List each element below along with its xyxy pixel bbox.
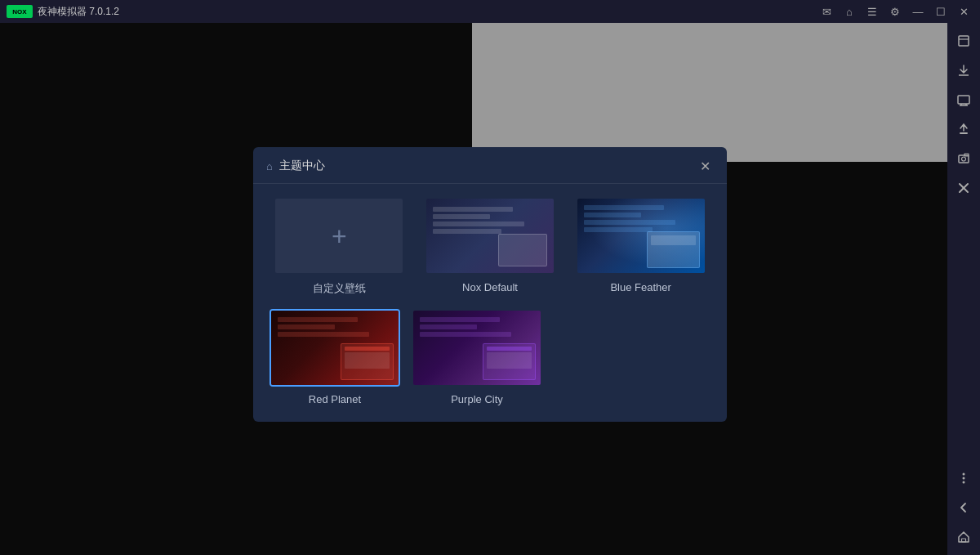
svg-rect-7: [960, 132, 968, 134]
thumb-red-window: [341, 343, 394, 380]
theme-thumbnail-nox: [425, 197, 555, 275]
theme-thumbnail-blue: [576, 197, 706, 275]
sidebar-btn-2[interactable]: [951, 57, 977, 83]
sidebar-btn-4[interactable]: [951, 116, 977, 142]
thumb-red-window-title: [345, 347, 390, 351]
theme-thumbnail-custom: +: [274, 197, 404, 275]
thumb-nox-bars: [433, 207, 547, 234]
thumb-nox-window: [498, 234, 547, 266]
thumb-nox-bg: [426, 199, 554, 273]
thumb-purple-window: [483, 343, 536, 380]
thumb-blue-bar-4: [584, 227, 653, 232]
theme-label-nox: Nox Default: [462, 281, 518, 293]
nox-logo: NOX: [7, 5, 33, 18]
dialog-close-button[interactable]: ✕: [696, 157, 714, 175]
right-sidebar: [947, 23, 980, 555]
svg-rect-16: [962, 539, 966, 542]
titlebar-controls: ✉ ⌂ ☰ ⚙ — ☐ ✕: [817, 3, 973, 20]
sidebar-btn-6[interactable]: [951, 175, 977, 201]
theme-dialog: ⌂ 主题中心 ✕ + 自定义壁纸: [253, 147, 727, 422]
app-title: 夜神模拟器 7.0.1.2: [38, 5, 119, 19]
theme-item-red-planet[interactable]: Red Planet: [270, 309, 400, 405]
thumb-custom-bg: +: [275, 199, 403, 273]
sidebar-back-btn[interactable]: [951, 495, 977, 521]
theme-item-purple-city[interactable]: Purple City: [412, 309, 542, 405]
svg-point-13: [963, 473, 965, 476]
menu-icon[interactable]: ☰: [862, 3, 882, 20]
svg-point-15: [963, 481, 965, 484]
thumb-bar-3: [433, 222, 524, 226]
sidebar-more-btn[interactable]: [951, 465, 977, 491]
thumb-purple-bar-3: [420, 332, 511, 337]
home-icon[interactable]: ⌂: [840, 3, 859, 20]
thumb-blue-bg: [577, 199, 705, 273]
thumb-red-bars: [278, 317, 392, 337]
minimize-button[interactable]: —: [908, 3, 928, 20]
thumb-blue-bar-2: [584, 213, 641, 217]
theme-item-nox-default[interactable]: Nox Default: [421, 197, 560, 296]
svg-point-14: [963, 477, 965, 480]
theme-label-blue: Blue Feather: [610, 281, 670, 293]
sidebar-btn-5[interactable]: [951, 145, 977, 172]
dialog-home-icon: ⌂: [266, 160, 273, 172]
thumb-red-bar-2: [278, 324, 335, 329]
dialog-title: 主题中心: [279, 159, 325, 173]
thumb-purple-bars: [420, 317, 534, 337]
titlebar-left: NOX 夜神模拟器 7.0.1.2: [7, 5, 119, 19]
theme-label-red: Red Planet: [309, 393, 361, 405]
plus-icon: +: [332, 223, 347, 249]
thumb-bar-2: [433, 214, 490, 219]
dialog-header-left: ⌂ 主题中心: [266, 159, 325, 173]
svg-rect-0: [959, 36, 969, 46]
sidebar-btn-1[interactable]: [951, 28, 977, 54]
theme-grid-row2: Red Planet Purple City: [253, 309, 727, 405]
maximize-button[interactable]: ☐: [931, 3, 951, 20]
thumb-red-bar-3: [278, 332, 369, 337]
thumb-purple-bg: [413, 311, 541, 385]
thumb-bar-1: [433, 207, 513, 212]
theme-item-blue-feather[interactable]: Blue Feather: [571, 197, 710, 296]
thumb-purple-bar-1: [420, 317, 500, 322]
thumb-purple-bar-2: [420, 324, 477, 329]
theme-thumbnail-purple: [412, 309, 542, 387]
thumb-blue-window-inner: [651, 235, 696, 245]
theme-label-custom: 自定义壁纸: [313, 281, 366, 296]
thumb-purple-window-inner: [487, 352, 532, 369]
thumb-red-bg: [271, 311, 399, 385]
thumb-blue-bar-3: [584, 220, 675, 225]
sidebar-btn-3[interactable]: [951, 87, 977, 113]
dialog-header: ⌂ 主题中心 ✕: [253, 147, 727, 184]
message-icon[interactable]: ✉: [817, 3, 836, 20]
thumb-blue-bars: [584, 205, 698, 232]
theme-grid-row1: + 自定义壁纸 Nox Default: [253, 184, 727, 309]
close-button[interactable]: ✕: [954, 3, 973, 20]
thumb-blue-window: [647, 231, 700, 268]
thumb-blue-bar-1: [584, 205, 664, 210]
thumb-purple-window-title: [487, 347, 532, 351]
thumb-bar-4: [433, 229, 501, 234]
settings-icon[interactable]: ⚙: [885, 3, 905, 20]
theme-label-purple: Purple City: [451, 393, 503, 405]
thumb-red-bar-1: [278, 317, 358, 322]
thumb-red-window-inner: [345, 352, 390, 369]
titlebar: NOX 夜神模拟器 7.0.1.2 ✉ ⌂ ☰ ⚙ — ☐ ✕: [0, 0, 980, 23]
theme-item-custom[interactable]: + 自定义壁纸: [270, 197, 409, 296]
sidebar-home-btn[interactable]: [951, 524, 977, 550]
svg-rect-3: [958, 96, 969, 104]
svg-point-9: [962, 157, 966, 161]
theme-thumbnail-red: [270, 309, 400, 387]
